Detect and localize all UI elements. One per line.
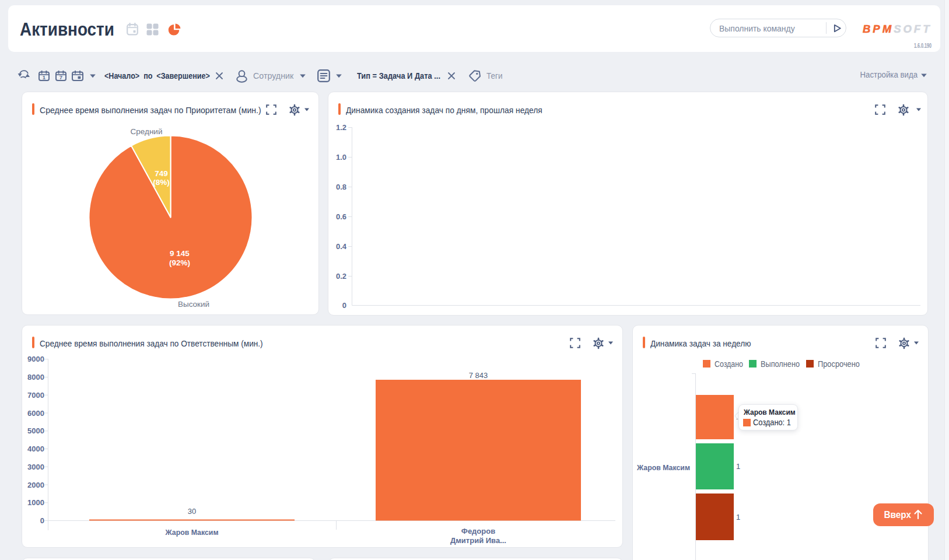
svg-text:7000: 7000 (27, 391, 44, 400)
svg-text:1000: 1000 (27, 498, 44, 507)
svg-text:8000: 8000 (27, 373, 44, 382)
svg-text:0.8: 0.8 (336, 183, 346, 191)
svg-text:5000: 5000 (27, 426, 44, 435)
svg-text:Создано: Создано (715, 359, 743, 369)
svg-text:(92%): (92%) (169, 258, 190, 267)
svg-text:0: 0 (342, 301, 346, 310)
svg-text:1: 1 (736, 462, 740, 471)
svg-text:Выполнено: Выполнено (761, 359, 800, 369)
svg-text:9000: 9000 (27, 355, 44, 363)
svg-text:1.0: 1.0 (336, 153, 346, 162)
svg-text:9 145: 9 145 (170, 249, 190, 258)
svg-text:0.6: 0.6 (336, 212, 346, 221)
svg-text:1.2: 1.2 (336, 123, 346, 132)
svg-text:7 843: 7 843 (469, 371, 488, 380)
svg-text:0.4: 0.4 (336, 242, 347, 251)
svg-text:7: 7 (59, 74, 62, 80)
svg-text:(8%): (8%) (153, 178, 170, 187)
svg-text:Федоров: Федоров (461, 527, 495, 536)
svg-text:1: 1 (736, 513, 740, 522)
svg-text:2000: 2000 (27, 481, 44, 489)
svg-text:Жаров Максим: Жаров Максим (636, 463, 690, 472)
svg-text:Просрочено: Просрочено (818, 359, 860, 369)
svg-text:30: 30 (188, 507, 196, 516)
svg-text:Средний: Средний (131, 127, 163, 136)
svg-text:Дмитрий Ива...: Дмитрий Ива... (450, 536, 506, 545)
svg-text:Жаров Максим: Жаров Максим (165, 528, 219, 537)
svg-text:Высокий: Высокий (178, 300, 209, 309)
svg-text:4000: 4000 (27, 444, 44, 453)
svg-text:0.2: 0.2 (336, 272, 346, 281)
svg-text:1: 1 (43, 74, 46, 80)
svg-text:3000: 3000 (27, 463, 44, 471)
svg-text:6000: 6000 (27, 409, 44, 418)
svg-text:749: 749 (155, 169, 168, 178)
svg-text:0: 0 (40, 516, 44, 525)
